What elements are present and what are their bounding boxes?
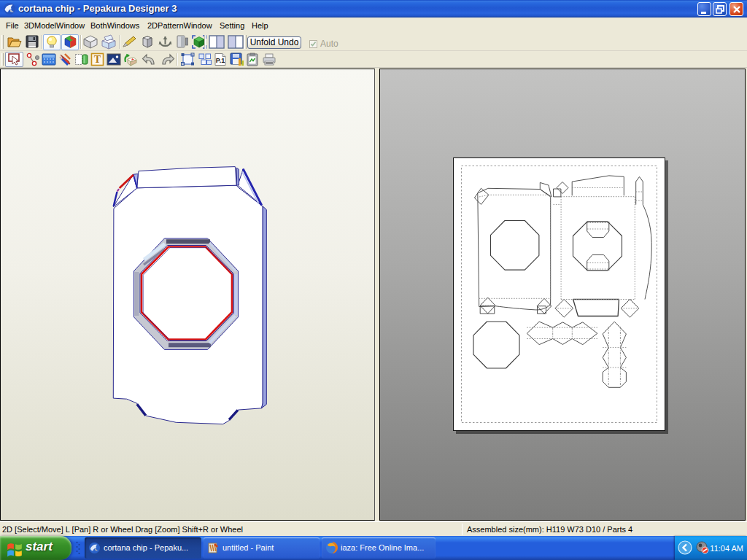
svg-text:T: T — [94, 54, 101, 65]
svg-text:P.1: P.1 — [216, 57, 225, 64]
